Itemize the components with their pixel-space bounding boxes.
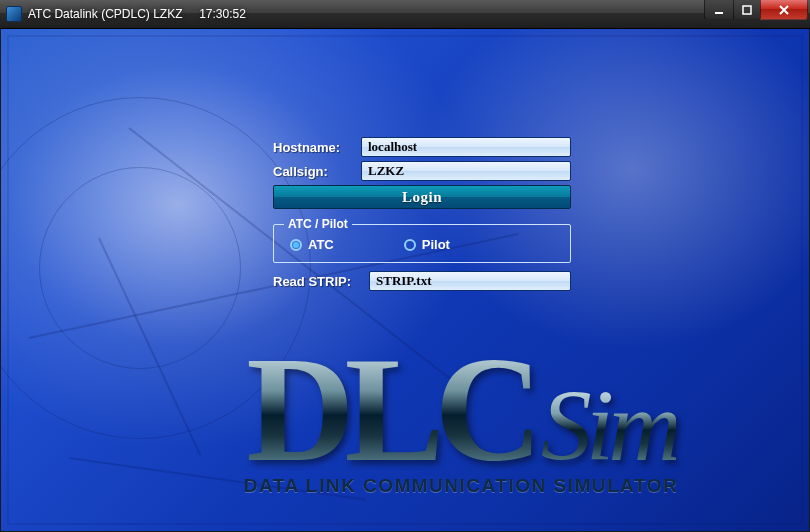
maximize-button[interactable] bbox=[733, 0, 761, 20]
minimize-button[interactable] bbox=[704, 0, 734, 20]
role-fieldset: ATC / Pilot ATC Pilot bbox=[273, 217, 571, 263]
role-radio-pilot[interactable]: Pilot bbox=[404, 237, 450, 252]
login-button[interactable]: Login bbox=[273, 185, 571, 209]
logo-subtitle: DATA LINK COMMUNICATION SIMULATOR bbox=[141, 475, 781, 497]
role-legend: ATC / Pilot bbox=[284, 217, 352, 231]
role-radio-atc[interactable]: ATC bbox=[290, 237, 334, 252]
role-radio-atc-label: ATC bbox=[308, 237, 334, 252]
hostname-label: Hostname: bbox=[273, 140, 361, 155]
svg-rect-1 bbox=[743, 6, 751, 14]
callsign-row: Callsign: bbox=[273, 161, 571, 181]
strip-input[interactable] bbox=[369, 271, 571, 291]
client-area: Hostname: Callsign: Login ATC / Pilot AT… bbox=[0, 29, 810, 532]
radio-selected-icon bbox=[290, 239, 302, 251]
window-controls bbox=[705, 0, 808, 20]
callsign-input[interactable] bbox=[361, 161, 571, 181]
logo-main-text: DLC bbox=[246, 349, 533, 469]
strip-row: Read STRIP: bbox=[273, 271, 571, 291]
window-title: ATC Datalink (CPDLC) LZKZ 17:30:52 bbox=[28, 7, 246, 21]
close-button[interactable] bbox=[760, 0, 808, 20]
window-titlebar: ATC Datalink (CPDLC) LZKZ 17:30:52 bbox=[0, 0, 810, 29]
role-radio-pilot-label: Pilot bbox=[422, 237, 450, 252]
hostname-row: Hostname: bbox=[273, 137, 571, 157]
svg-rect-0 bbox=[715, 12, 723, 14]
strip-label: Read STRIP: bbox=[273, 274, 369, 289]
callsign-label: Callsign: bbox=[273, 164, 361, 179]
app-icon bbox=[6, 6, 22, 22]
hostname-input[interactable] bbox=[361, 137, 571, 157]
radio-unselected-icon bbox=[404, 239, 416, 251]
login-form: Hostname: Callsign: Login ATC / Pilot AT… bbox=[273, 137, 571, 295]
logo-suffix-text: Sim bbox=[541, 385, 676, 467]
branding-logo: DLC Sim DATA LINK COMMUNICATION SIMULATO… bbox=[141, 349, 781, 497]
